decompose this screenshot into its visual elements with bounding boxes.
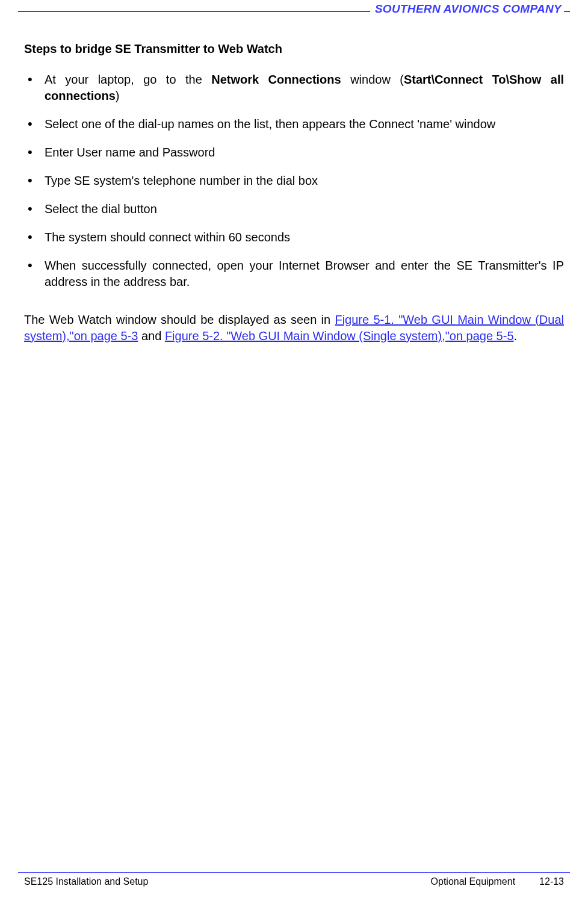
text-run: At your laptop, go to the [45,73,211,86]
text-run: . [514,329,518,342]
list-item: The system should connect within 60 seco… [24,229,564,246]
list-item: Select one of the dial-up names on the l… [24,116,564,132]
list-item: At your laptop, go to the Network Connec… [24,72,564,104]
text-run: ) [116,89,120,102]
text-run: and [138,329,164,342]
bold-run: Network Connections [211,73,341,86]
footer-rule [18,872,570,873]
footer-doc-title: SE125 Installation and Setup [24,876,148,887]
text-run: The system should connect within 60 seco… [45,231,290,244]
section-heading: Steps to bridge SE Transmitter to Web Wa… [24,42,564,56]
text-run: Select one of the dial-up names on the l… [45,117,495,131]
list-item: Select the dial button [24,201,564,217]
footer-section: Optional Equipment [431,876,516,887]
figure-link-5-2[interactable]: Figure 5-2. "Web GUI Main Window (Single… [165,329,514,342]
list-item: Enter User name and Password [24,144,564,161]
text-run: When successfully connected, open your I… [45,259,564,288]
text-run: Enter User name and Password [45,146,215,159]
text-run: The Web Watch window should be displayed… [24,313,335,326]
text-run: Select the dial button [45,202,157,215]
footer-page-number: 12-13 [539,876,564,887]
text-run: Type SE system's telephone number in the… [45,174,318,187]
text-run: window ( [341,73,404,86]
page-footer: SE125 Installation and Setup Optional Eq… [24,876,564,887]
list-item: When successfully connected, open your I… [24,258,564,290]
company-name: SOUTHERN AVIONICS COMPANY [370,0,564,18]
list-item: Type SE system's telephone number in the… [24,173,564,189]
footer-right: Optional Equipment 12-13 [431,876,564,887]
page-content: Steps to bridge SE Transmitter to Web Wa… [24,0,564,344]
paragraph: The Web Watch window should be displayed… [24,312,564,344]
steps-list: At your laptop, go to the Network Connec… [24,72,564,290]
